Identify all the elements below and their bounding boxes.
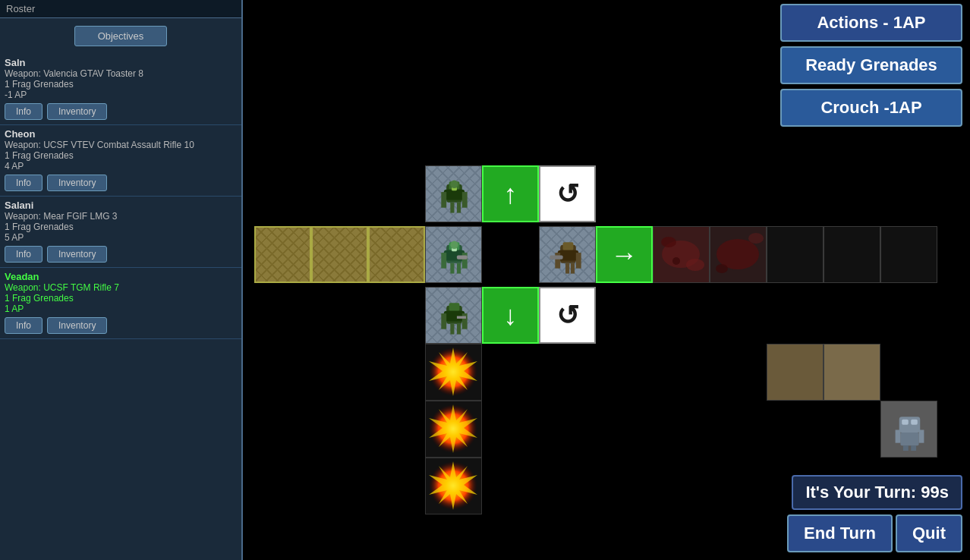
grid-cell-gore-2 <box>710 226 767 283</box>
inventory-button-saln[interactable]: Inventory <box>47 103 107 120</box>
svg-rect-54 <box>903 445 909 451</box>
grid-cell-arrow-up[interactable] <box>482 165 539 222</box>
grid-cell-gold-2[interactable] <box>311 226 368 283</box>
svg-rect-38 <box>462 313 468 329</box>
rotate-icon-top <box>556 178 579 210</box>
svg-rect-12 <box>441 253 446 269</box>
svg-rect-26 <box>550 256 562 260</box>
quit-button[interactable]: Quit <box>896 514 962 552</box>
svg-rect-20 <box>563 242 574 250</box>
grid-cell-enemy[interactable] <box>880 401 937 458</box>
unit-buttons-veadan: Info Inventory <box>5 317 237 334</box>
grid-cell-dark-2 <box>824 226 880 283</box>
bottom-buttons: End Turn Quit <box>787 514 962 552</box>
svg-point-32 <box>716 264 728 273</box>
ready-grenades-button[interactable]: Ready Grenades <box>780 46 962 84</box>
info-button-veadan[interactable]: Info <box>5 317 43 334</box>
unit-grenades-cheon: 1 Frag Grenades <box>5 150 237 161</box>
end-turn-button[interactable]: End Turn <box>787 514 893 552</box>
svg-rect-41 <box>457 316 466 319</box>
grid-cell-explosion-2 <box>425 401 482 458</box>
svg-rect-13 <box>462 253 468 269</box>
grid-cell-unit-mid-right[interactable] <box>539 226 596 283</box>
svg-point-28 <box>661 237 676 247</box>
svg-rect-23 <box>576 253 581 269</box>
svg-rect-22 <box>555 253 560 269</box>
svg-point-30 <box>672 257 680 265</box>
info-button-saln[interactable]: Info <box>5 103 43 120</box>
info-button-salani[interactable]: Info <box>5 246 43 263</box>
svg-rect-14 <box>450 263 454 274</box>
grid-cell-rotate-top[interactable] <box>539 165 596 222</box>
unit-weapon-cheon: Weapon: UCSF VTEV Combat Assault Rifle 1… <box>5 140 237 150</box>
svg-rect-49 <box>902 420 909 425</box>
grid-cell-explosion-3 <box>425 458 482 514</box>
svg-rect-48 <box>899 417 921 433</box>
grid-cell-gold-3[interactable] <box>368 226 425 283</box>
turn-panel: It's Your Turn: 99s End Turn Quit <box>787 475 962 552</box>
unit-weapon-salani: Weapon: Mear FGIF LMG 3 <box>5 211 237 222</box>
grid-cell-dark-3 <box>880 226 937 283</box>
unit-block-cheon: Cheon Weapon: UCSF VTEV Combat Assault R… <box>0 125 241 197</box>
right-arrow-icon <box>611 239 638 271</box>
grid-cell-unit-mid-left[interactable] <box>425 226 482 283</box>
unit-grenades-veadan: 1 Frag Grenades <box>5 293 237 304</box>
svg-rect-6 <box>457 203 461 213</box>
svg-rect-24 <box>565 263 569 274</box>
svg-rect-4 <box>462 192 468 208</box>
unit-weapon-saln: Weapon: Valencia GTAV Toaster 8 <box>5 68 237 79</box>
unit-block-salani: Salani Weapon: Mear FGIF LMG 3 1 Frag Gr… <box>0 197 241 268</box>
unit-name-salani: Salani <box>5 200 237 211</box>
svg-rect-37 <box>441 313 446 329</box>
svg-point-29 <box>686 259 704 271</box>
svg-point-33 <box>748 233 764 244</box>
svg-rect-18 <box>457 256 468 260</box>
up-arrow-icon <box>504 178 518 210</box>
svg-rect-51 <box>900 433 918 445</box>
unit-name-cheon: Cheon <box>5 128 237 140</box>
svg-rect-25 <box>571 263 575 274</box>
inventory-button-salani[interactable]: Inventory <box>47 246 107 263</box>
unit-grenades-salani: 1 Frag Grenades <box>5 222 237 232</box>
unit-weapon-veadan: Weapon: UCSF TGM Rifle 7 <box>5 282 237 293</box>
unit-ap-saln: -1 AP <box>5 90 237 100</box>
unit-ap-veadan: 1 AP <box>5 304 237 314</box>
unit-grenades-saln: 1 Frag Grenades <box>5 79 237 90</box>
crouch-button[interactable]: Crouch -1AP <box>780 89 962 127</box>
rotate-icon-bot <box>556 300 579 332</box>
grid-cell-unit-bot[interactable] <box>425 287 482 344</box>
actions-panel: Actions - 1AP Ready Grenades Crouch -1AP <box>780 4 962 127</box>
svg-rect-2 <box>444 190 465 200</box>
svg-rect-50 <box>911 420 918 425</box>
svg-point-8 <box>450 181 458 188</box>
grid-cell-dark-1 <box>767 226 824 283</box>
inventory-button-veadan[interactable]: Inventory <box>47 317 107 334</box>
svg-rect-39 <box>450 324 454 335</box>
svg-rect-55 <box>911 445 916 451</box>
down-arrow-icon <box>504 300 518 332</box>
svg-point-17 <box>450 241 458 249</box>
roster-panel: Roster Objectives Saln Weapon: Valencia … <box>0 0 243 560</box>
objectives-button[interactable]: Objectives <box>74 26 168 46</box>
grid-cell-gold-1[interactable] <box>254 226 311 283</box>
inventory-button-cheon[interactable]: Inventory <box>47 175 107 191</box>
svg-rect-35 <box>449 303 460 310</box>
grid-cell-arrow-down[interactable] <box>482 287 539 344</box>
unit-buttons-salani: Info Inventory <box>5 246 237 263</box>
unit-buttons-saln: Info Inventory <box>5 103 237 120</box>
svg-rect-52 <box>896 430 901 443</box>
info-button-cheon[interactable]: Info <box>5 175 43 191</box>
grid-cell-rotate-bot[interactable] <box>539 287 596 344</box>
grid-cell-arrow-right[interactable] <box>596 226 653 283</box>
svg-rect-5 <box>450 203 454 213</box>
unit-ap-cheon: 4 AP <box>5 161 237 171</box>
unit-name-saln: Saln <box>5 57 237 68</box>
unit-buttons-cheon: Info Inventory <box>5 175 237 191</box>
actions-title: Actions - 1AP <box>780 4 962 42</box>
grid-cell-tan-1 <box>767 344 824 401</box>
unit-ap-salani: 5 AP <box>5 232 237 243</box>
grid-cell-unit-top[interactable] <box>425 165 482 222</box>
unit-block-saln: Saln Weapon: Valencia GTAV Toaster 8 1 F… <box>0 54 241 125</box>
roster-title: Roster <box>0 0 241 18</box>
svg-rect-3 <box>441 192 446 208</box>
